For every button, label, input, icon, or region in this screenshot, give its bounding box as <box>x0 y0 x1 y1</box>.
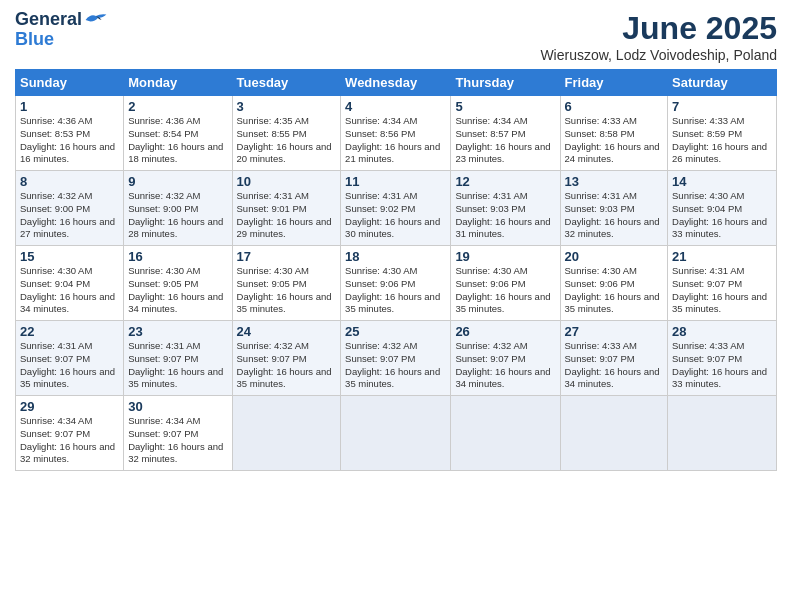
day-header-saturday: Saturday <box>668 70 777 96</box>
day-number: 16 <box>128 249 227 264</box>
calendar-cell: 1Sunrise: 4:36 AMSunset: 8:53 PMDaylight… <box>16 96 124 171</box>
calendar-cell: 4Sunrise: 4:34 AMSunset: 8:56 PMDaylight… <box>341 96 451 171</box>
day-info: Sunrise: 4:30 AMSunset: 9:05 PMDaylight:… <box>237 265 337 316</box>
day-info: Sunrise: 4:34 AMSunset: 8:56 PMDaylight:… <box>345 115 446 166</box>
calendar-cell: 7Sunrise: 4:33 AMSunset: 8:59 PMDaylight… <box>668 96 777 171</box>
day-info: Sunrise: 4:30 AMSunset: 9:06 PMDaylight:… <box>565 265 664 316</box>
day-number: 23 <box>128 324 227 339</box>
day-number: 24 <box>237 324 337 339</box>
day-number: 12 <box>455 174 555 189</box>
calendar-week-row: 15Sunrise: 4:30 AMSunset: 9:04 PMDayligh… <box>16 246 777 321</box>
main-container: General Blue June 2025 Wieruszow, Lodz V… <box>0 0 792 481</box>
day-info: Sunrise: 4:32 AMSunset: 9:07 PMDaylight:… <box>455 340 555 391</box>
calendar-cell: 13Sunrise: 4:31 AMSunset: 9:03 PMDayligh… <box>560 171 668 246</box>
day-info: Sunrise: 4:31 AMSunset: 9:02 PMDaylight:… <box>345 190 446 241</box>
calendar-cell: 20Sunrise: 4:30 AMSunset: 9:06 PMDayligh… <box>560 246 668 321</box>
day-number: 13 <box>565 174 664 189</box>
calendar-cell: 11Sunrise: 4:31 AMSunset: 9:02 PMDayligh… <box>341 171 451 246</box>
logo-bird-icon <box>84 11 108 29</box>
day-info: Sunrise: 4:30 AMSunset: 9:04 PMDaylight:… <box>672 190 772 241</box>
day-info: Sunrise: 4:33 AMSunset: 9:07 PMDaylight:… <box>672 340 772 391</box>
day-number: 5 <box>455 99 555 114</box>
header: General Blue June 2025 Wieruszow, Lodz V… <box>15 10 777 63</box>
day-info: Sunrise: 4:34 AMSunset: 9:07 PMDaylight:… <box>20 415 119 466</box>
day-info: Sunrise: 4:32 AMSunset: 9:00 PMDaylight:… <box>20 190 119 241</box>
day-info: Sunrise: 4:31 AMSunset: 9:07 PMDaylight:… <box>672 265 772 316</box>
day-info: Sunrise: 4:33 AMSunset: 9:07 PMDaylight:… <box>565 340 664 391</box>
calendar-cell: 25Sunrise: 4:32 AMSunset: 9:07 PMDayligh… <box>341 321 451 396</box>
day-number: 18 <box>345 249 446 264</box>
day-info: Sunrise: 4:31 AMSunset: 9:03 PMDaylight:… <box>455 190 555 241</box>
day-number: 25 <box>345 324 446 339</box>
calendar-cell: 21Sunrise: 4:31 AMSunset: 9:07 PMDayligh… <box>668 246 777 321</box>
day-info: Sunrise: 4:36 AMSunset: 8:53 PMDaylight:… <box>20 115 119 166</box>
day-number: 2 <box>128 99 227 114</box>
day-number: 19 <box>455 249 555 264</box>
day-number: 8 <box>20 174 119 189</box>
calendar-week-row: 1Sunrise: 4:36 AMSunset: 8:53 PMDaylight… <box>16 96 777 171</box>
day-number: 4 <box>345 99 446 114</box>
day-number: 26 <box>455 324 555 339</box>
day-info: Sunrise: 4:33 AMSunset: 8:59 PMDaylight:… <box>672 115 772 166</box>
calendar-week-row: 8Sunrise: 4:32 AMSunset: 9:00 PMDaylight… <box>16 171 777 246</box>
calendar-table: SundayMondayTuesdayWednesdayThursdayFrid… <box>15 69 777 471</box>
logo: General Blue <box>15 10 108 50</box>
day-header-wednesday: Wednesday <box>341 70 451 96</box>
day-info: Sunrise: 4:31 AMSunset: 9:03 PMDaylight:… <box>565 190 664 241</box>
day-number: 14 <box>672 174 772 189</box>
day-number: 7 <box>672 99 772 114</box>
calendar-cell: 24Sunrise: 4:32 AMSunset: 9:07 PMDayligh… <box>232 321 341 396</box>
calendar-cell <box>232 396 341 471</box>
day-info: Sunrise: 4:33 AMSunset: 8:58 PMDaylight:… <box>565 115 664 166</box>
logo-blue: Blue <box>15 30 54 50</box>
day-number: 30 <box>128 399 227 414</box>
day-number: 29 <box>20 399 119 414</box>
calendar-cell: 5Sunrise: 4:34 AMSunset: 8:57 PMDaylight… <box>451 96 560 171</box>
calendar-cell: 12Sunrise: 4:31 AMSunset: 9:03 PMDayligh… <box>451 171 560 246</box>
day-number: 10 <box>237 174 337 189</box>
day-number: 15 <box>20 249 119 264</box>
calendar-cell: 8Sunrise: 4:32 AMSunset: 9:00 PMDaylight… <box>16 171 124 246</box>
day-number: 6 <box>565 99 664 114</box>
day-number: 20 <box>565 249 664 264</box>
calendar-header-row: SundayMondayTuesdayWednesdayThursdayFrid… <box>16 70 777 96</box>
calendar-cell: 22Sunrise: 4:31 AMSunset: 9:07 PMDayligh… <box>16 321 124 396</box>
day-info: Sunrise: 4:30 AMSunset: 9:06 PMDaylight:… <box>455 265 555 316</box>
calendar-cell: 10Sunrise: 4:31 AMSunset: 9:01 PMDayligh… <box>232 171 341 246</box>
calendar-cell: 9Sunrise: 4:32 AMSunset: 9:00 PMDaylight… <box>124 171 232 246</box>
day-header-tuesday: Tuesday <box>232 70 341 96</box>
calendar-title: June 2025 <box>540 10 777 47</box>
calendar-location: Wieruszow, Lodz Voivodeship, Poland <box>540 47 777 63</box>
day-number: 27 <box>565 324 664 339</box>
day-info: Sunrise: 4:34 AMSunset: 9:07 PMDaylight:… <box>128 415 227 466</box>
day-number: 9 <box>128 174 227 189</box>
calendar-cell: 30Sunrise: 4:34 AMSunset: 9:07 PMDayligh… <box>124 396 232 471</box>
calendar-cell: 18Sunrise: 4:30 AMSunset: 9:06 PMDayligh… <box>341 246 451 321</box>
calendar-week-row: 22Sunrise: 4:31 AMSunset: 9:07 PMDayligh… <box>16 321 777 396</box>
day-info: Sunrise: 4:36 AMSunset: 8:54 PMDaylight:… <box>128 115 227 166</box>
day-info: Sunrise: 4:30 AMSunset: 9:06 PMDaylight:… <box>345 265 446 316</box>
calendar-cell <box>341 396 451 471</box>
calendar-cell <box>560 396 668 471</box>
day-info: Sunrise: 4:31 AMSunset: 9:07 PMDaylight:… <box>128 340 227 391</box>
calendar-cell: 28Sunrise: 4:33 AMSunset: 9:07 PMDayligh… <box>668 321 777 396</box>
day-info: Sunrise: 4:32 AMSunset: 9:00 PMDaylight:… <box>128 190 227 241</box>
title-area: June 2025 Wieruszow, Lodz Voivodeship, P… <box>540 10 777 63</box>
day-header-friday: Friday <box>560 70 668 96</box>
calendar-cell: 2Sunrise: 4:36 AMSunset: 8:54 PMDaylight… <box>124 96 232 171</box>
day-number: 17 <box>237 249 337 264</box>
day-info: Sunrise: 4:34 AMSunset: 8:57 PMDaylight:… <box>455 115 555 166</box>
day-number: 11 <box>345 174 446 189</box>
day-number: 22 <box>20 324 119 339</box>
day-info: Sunrise: 4:30 AMSunset: 9:04 PMDaylight:… <box>20 265 119 316</box>
calendar-week-row: 29Sunrise: 4:34 AMSunset: 9:07 PMDayligh… <box>16 396 777 471</box>
day-number: 3 <box>237 99 337 114</box>
calendar-cell: 3Sunrise: 4:35 AMSunset: 8:55 PMDaylight… <box>232 96 341 171</box>
day-info: Sunrise: 4:32 AMSunset: 9:07 PMDaylight:… <box>345 340 446 391</box>
calendar-cell: 26Sunrise: 4:32 AMSunset: 9:07 PMDayligh… <box>451 321 560 396</box>
calendar-cell: 6Sunrise: 4:33 AMSunset: 8:58 PMDaylight… <box>560 96 668 171</box>
calendar-cell: 15Sunrise: 4:30 AMSunset: 9:04 PMDayligh… <box>16 246 124 321</box>
calendar-cell: 17Sunrise: 4:30 AMSunset: 9:05 PMDayligh… <box>232 246 341 321</box>
calendar-cell <box>451 396 560 471</box>
calendar-cell <box>668 396 777 471</box>
